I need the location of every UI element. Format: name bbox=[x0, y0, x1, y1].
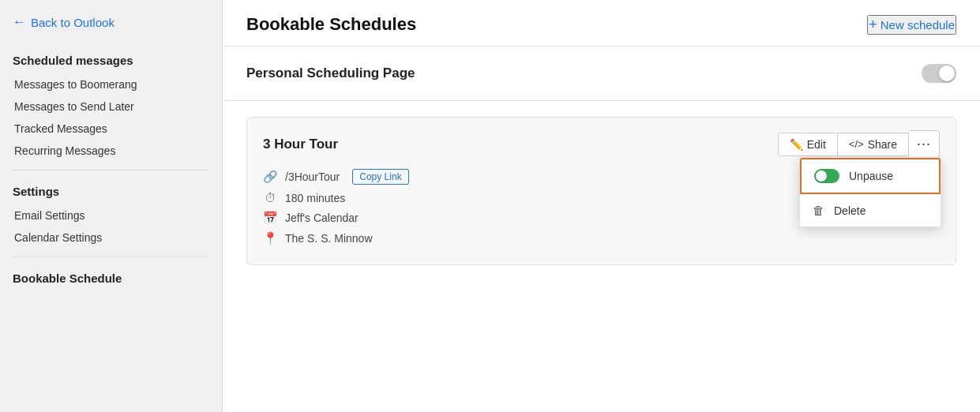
delete-label: Delete bbox=[834, 204, 865, 217]
edit-icon: ✏️ bbox=[790, 138, 803, 151]
new-schedule-label: New schedule bbox=[880, 18, 955, 32]
card-location-row: 📍 The S. S. Minnow bbox=[263, 231, 940, 245]
card-location: The S. S. Minnow bbox=[285, 232, 373, 245]
card-duration: 180 minutes bbox=[285, 192, 345, 204]
sidebar-item-calendar-settings[interactable]: Calendar Settings bbox=[13, 227, 209, 249]
plus-icon: + bbox=[869, 17, 877, 33]
more-options-button[interactable]: ··· bbox=[909, 130, 940, 158]
back-arrow-icon: ← bbox=[13, 14, 26, 30]
copy-link-label: Copy Link bbox=[359, 171, 401, 182]
unpause-label: Unpause bbox=[849, 170, 893, 182]
unpause-menu-item[interactable]: Unpause bbox=[800, 158, 941, 194]
personal-scheduling-page-row: Personal Scheduling Page bbox=[223, 47, 980, 101]
delete-menu-item[interactable]: 🗑 Delete bbox=[800, 194, 941, 227]
copy-link-button[interactable]: Copy Link bbox=[352, 169, 408, 185]
edit-button[interactable]: ✏️ Edit bbox=[778, 133, 838, 156]
back-to-outlook-label: Back to Outlook bbox=[31, 16, 115, 29]
clock-icon: ⏱ bbox=[263, 191, 277, 204]
main-header: Bookable Schedules + New schedule bbox=[223, 0, 980, 47]
share-label: Share bbox=[868, 138, 897, 151]
sidebar-item-messages-to-send-later[interactable]: Messages to Send Later bbox=[13, 96, 209, 118]
sidebar-item-email-settings[interactable]: Email Settings bbox=[13, 204, 209, 227]
calendar-icon: 📅 bbox=[263, 211, 277, 225]
share-button[interactable]: </> Share bbox=[838, 133, 909, 156]
page-title: Bookable Schedules bbox=[246, 14, 416, 35]
location-icon: 📍 bbox=[263, 231, 277, 245]
toggle-knob-small bbox=[816, 170, 827, 182]
bookable-schedule-section-title: Bookable Schedule bbox=[13, 272, 209, 285]
sidebar-item-messages-to-boomerang[interactable]: Messages to Boomerang bbox=[13, 73, 209, 96]
settings-section-title: Settings bbox=[13, 185, 209, 198]
main-content: Bookable Schedules + New schedule Person… bbox=[223, 0, 980, 412]
card-actions: ✏️ Edit </> Share ··· bbox=[778, 130, 940, 158]
edit-label: Edit bbox=[807, 138, 826, 151]
card-calendar: Jeff's Calendar bbox=[285, 212, 359, 224]
trash-icon: 🗑 bbox=[813, 204, 824, 217]
unpause-toggle-icon bbox=[814, 169, 839, 183]
card-url: /3HourTour bbox=[285, 170, 340, 183]
card-header: 3 Hour Tour ✏️ Edit </> Share ··· bbox=[263, 130, 940, 158]
dropdown-menu: Unpause 🗑 Delete bbox=[799, 157, 941, 227]
scheduled-messages-section-title: Scheduled messages bbox=[13, 54, 209, 67]
new-schedule-button[interactable]: + New schedule bbox=[867, 15, 956, 35]
card-title: 3 Hour Tour bbox=[263, 137, 338, 152]
back-to-outlook-link[interactable]: ← Back to Outlook bbox=[13, 14, 209, 30]
more-dots-icon: ··· bbox=[917, 136, 931, 152]
personal-scheduling-page-label: Personal Scheduling Page bbox=[246, 66, 415, 81]
link-icon: 🔗 bbox=[263, 170, 277, 184]
sidebar-divider-2 bbox=[13, 257, 209, 257]
personal-scheduling-toggle[interactable] bbox=[922, 64, 956, 83]
sidebar-divider-1 bbox=[13, 170, 209, 170]
schedule-card: 3 Hour Tour ✏️ Edit </> Share ··· 🔗 /3Ho… bbox=[246, 117, 956, 265]
sidebar-item-tracked-messages[interactable]: Tracked Messages bbox=[13, 118, 209, 140]
sidebar-item-recurring-messages[interactable]: Recurring Messages bbox=[13, 140, 209, 162]
sidebar: ← Back to Outlook Scheduled messages Mes… bbox=[0, 0, 223, 412]
code-icon: </> bbox=[849, 138, 864, 150]
toggle-knob bbox=[939, 66, 955, 81]
